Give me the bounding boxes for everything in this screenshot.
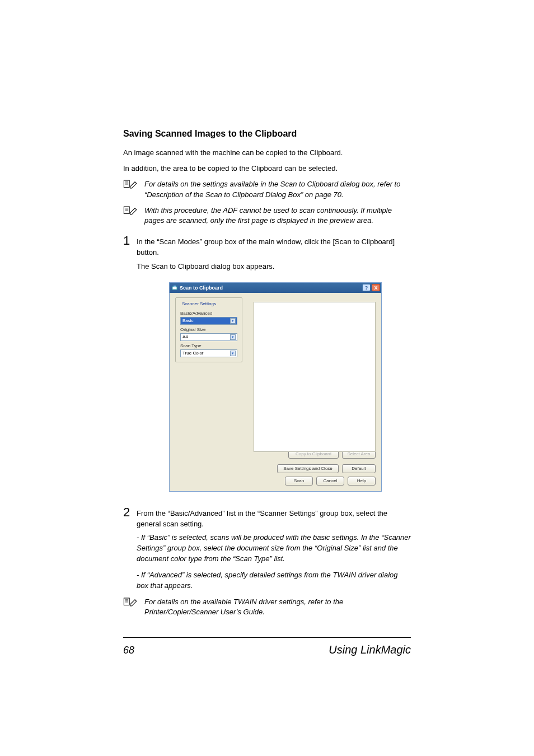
note-icon [123,179,139,192]
note-text: For details on the available TWAIN drive… [144,597,411,617]
section-heading: Saving Scanned Images to the Clipboard [123,129,411,139]
step-text: In the “Scan Modes” group box of the mai… [137,235,411,258]
scan-type-select[interactable]: True Color ▾ [180,349,237,357]
note-1: For details on the settings available in… [123,179,411,199]
scan-type-label: Scan Type [180,343,237,348]
svg-rect-9 [174,286,176,287]
step-2-result-advanced: - If “Advanced” is selected, specify det… [137,570,411,591]
chevron-down-icon: ▾ [230,334,236,340]
step-2-result-basic: - If “Basic” is selected, scans will be … [137,533,411,564]
basic-advanced-select[interactable]: Basic ▾ [180,317,237,325]
note-2: With this procedure, the ADF cannot be u… [123,206,411,226]
note-3: For details on the available TWAIN drive… [123,597,411,617]
chevron-down-icon: ▾ [230,318,236,324]
chevron-down-icon: ▾ [230,351,236,356]
original-size-label: Original Size [180,327,237,332]
original-size-select[interactable]: A4 ▾ [180,333,237,341]
scanner-settings-group: Scanner Settings Basic/Advanced Basic ▾ … [175,297,242,362]
titlebar-close-button[interactable]: X [372,284,380,291]
note-icon [123,597,139,609]
step-1-sub: The Scan to Clipboard dialog box appears… [137,262,411,272]
step-2: 2 From the “Basic/Advanced” list in the … [123,506,411,530]
help-button[interactable]: Help [348,477,376,486]
scan-type-value: True Color [182,351,204,356]
svg-rect-0 [124,180,129,188]
note-text: For details on the settings available in… [144,179,411,199]
footer-rule [123,637,411,638]
dialog-screenshot: Scan to Clipboard ? X Scanner Settings B… [140,282,411,492]
page-footer: 68 Using LinkMagic [123,643,411,656]
dialog-title: Scan to Clipboard [180,285,223,291]
scanner-icon [172,285,177,291]
svg-rect-4 [124,207,129,214]
original-size-value: A4 [182,334,188,339]
paragraph-1: An image scanned with the machine can be… [123,148,411,158]
save-settings-close-button[interactable]: Save Settings and Close [277,464,339,473]
note-icon [123,206,139,218]
paragraph-2: In addition, the area to be copied to th… [123,164,411,174]
step-number: 2 [123,506,137,519]
svg-rect-10 [124,598,129,605]
scan-button[interactable]: Scan [285,477,313,486]
cancel-button[interactable]: Cancel [316,477,344,486]
page-number: 68 [123,645,134,656]
step-number: 1 [123,235,137,247]
groupbox-legend: Scanner Settings [180,301,218,306]
default-button[interactable]: Default [342,464,376,473]
step-1: 1 In the “Scan Modes” group box of the m… [123,235,411,258]
titlebar-help-button[interactable]: ? [362,284,371,291]
dialog-titlebar: Scan to Clipboard ? X [170,283,381,293]
scan-to-clipboard-dialog: Scan to Clipboard ? X Scanner Settings B… [169,282,382,492]
section-title: Using LinkMagic [329,643,411,656]
step-text: From the “Basic/Advanced” list in the “S… [137,506,411,530]
basic-advanced-label: Basic/Advanced [180,311,237,316]
note-text: With this procedure, the ADF cannot be u… [144,206,411,226]
preview-area [254,302,376,452]
basic-advanced-value: Basic [182,318,194,323]
